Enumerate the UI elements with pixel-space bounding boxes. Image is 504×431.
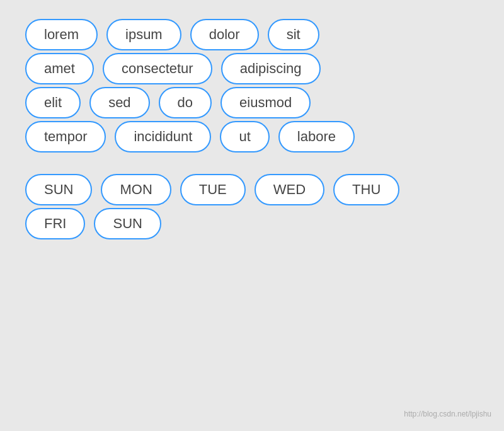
chip-consectetur[interactable]: consectetur — [103, 53, 212, 84]
chip-incididunt[interactable]: incididunt — [115, 121, 211, 152]
chip-ut[interactable]: ut — [220, 121, 269, 152]
chip-adipiscing[interactable]: adipiscing — [221, 53, 321, 84]
day-chip-section: SUNMONTUEWEDTHUFRISUN — [25, 174, 399, 242]
word-row-3: temporincididuntutlabore — [25, 121, 355, 152]
word-chip-section: loremipsumdolorsitametconsecteturadipisc… — [25, 19, 355, 155]
chip-do[interactable]: do — [159, 87, 212, 118]
chip-sed[interactable]: sed — [89, 87, 149, 118]
watermark-text: http://blog.csdn.net/lpjishu — [404, 410, 491, 418]
chip-day2-FRI-0[interactable]: FRI — [25, 208, 85, 239]
chip-elit[interactable]: elit — [25, 87, 81, 118]
chip-day2-SUN-1[interactable]: SUN — [94, 208, 161, 239]
chip-labore[interactable]: labore — [278, 121, 355, 152]
chip-day-MON[interactable]: MON — [101, 174, 171, 205]
word-row-1: ametconsecteturadipiscing — [25, 53, 355, 84]
chip-lorem[interactable]: lorem — [25, 19, 98, 50]
chip-day-TUE[interactable]: TUE — [180, 174, 246, 205]
chip-amet[interactable]: amet — [25, 53, 94, 84]
chip-day-SUN[interactable]: SUN — [25, 174, 92, 205]
day-row-1: SUNMONTUEWEDTHU — [25, 174, 399, 205]
chip-eiusmod[interactable]: eiusmod — [220, 87, 311, 118]
chip-ipsum[interactable]: ipsum — [106, 19, 181, 50]
word-row-2: elitseddoeiusmod — [25, 87, 355, 118]
chip-day-THU[interactable]: THU — [333, 174, 399, 205]
chip-sit[interactable]: sit — [268, 19, 319, 50]
chip-tempor[interactable]: tempor — [25, 121, 106, 152]
chip-day-WED[interactable]: WED — [255, 174, 324, 205]
word-row-0: loremipsumdolorsit — [25, 19, 355, 50]
day-row-2: FRISUN — [25, 208, 399, 239]
chip-dolor[interactable]: dolor — [190, 19, 259, 50]
